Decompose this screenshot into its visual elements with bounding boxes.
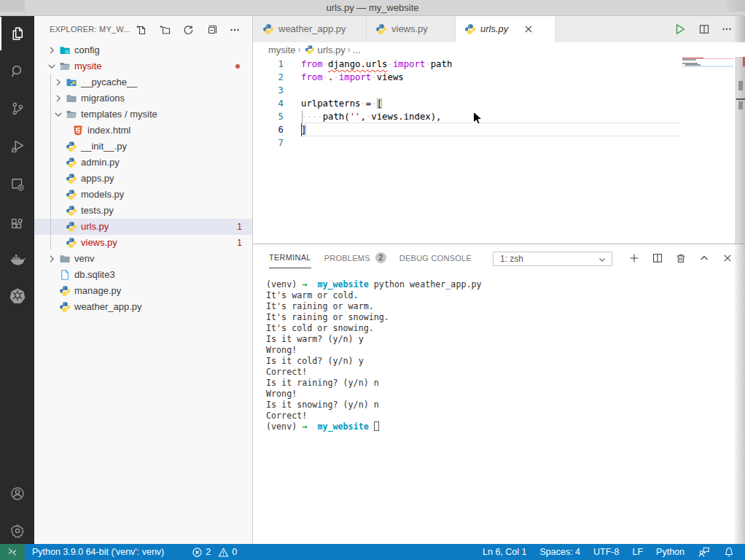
- new-file-button[interactable]: [135, 23, 147, 36]
- terminal-line: It's raining or warm.: [266, 301, 374, 312]
- tree-item-migrations[interactable]: migrations: [34, 90, 252, 106]
- panel-tab-debug-console[interactable]: DEBUG CONSOLE: [399, 252, 472, 268]
- tree-item-models-py[interactable]: models.py: [34, 187, 252, 203]
- code-token: path(: [323, 112, 350, 122]
- status-eol[interactable]: LF: [632, 547, 643, 557]
- breadcrumb-item[interactable]: ...: [353, 44, 361, 55]
- activity-bar-item-remote-explorer[interactable]: [0, 168, 34, 201]
- tree-item-manage-py[interactable]: manage.py: [34, 283, 252, 299]
- overview-ruler[interactable]: [736, 42, 745, 244]
- terminal-token: Is it raining? (y/n) n: [266, 378, 379, 388]
- close-panel-button[interactable]: [722, 252, 733, 264]
- more-button[interactable]: [228, 23, 241, 36]
- remote-explorer-icon: [9, 176, 26, 193]
- refresh-button[interactable]: [182, 23, 194, 36]
- split-editor-button[interactable]: [698, 23, 710, 35]
- terminal-line: Wrong!: [266, 389, 297, 400]
- status-python-interpreter[interactable]: Python 3.9.0 64-bit ('venv': venv): [32, 547, 164, 557]
- current-line-border-bottom: [301, 136, 679, 136]
- bracket-match-token: ]: [301, 125, 306, 135]
- tree-item-index-html[interactable]: index.html: [34, 122, 252, 139]
- tree-item--init-py[interactable]: __init__.py: [34, 139, 252, 155]
- status-language-mode[interactable]: Python: [656, 547, 684, 557]
- activity-bar-item-settings[interactable]: [0, 514, 34, 548]
- activity-bar-item-docker[interactable]: [0, 243, 34, 276]
- terminal-line: Is it raining? (y/n) n: [266, 378, 379, 389]
- code-editor[interactable]: 1from·django.urls·import·path2from·.·imp…: [253, 42, 745, 244]
- python-icon: [464, 23, 476, 35]
- activity-bar-item-search[interactable]: [0, 55, 34, 88]
- activity-bar-item-kubernetes[interactable]: [0, 279, 34, 312]
- breadcrumb-item[interactable]: urls.py: [318, 44, 346, 55]
- terminal-token: (venv): [266, 279, 302, 289]
- terminal-shell-select[interactable]: 1: zsh: [493, 252, 612, 266]
- whitespace-dots: ····: [301, 112, 323, 122]
- status-encoding[interactable]: UTF-8: [593, 547, 619, 557]
- activity-bar-item-accounts[interactable]: [0, 477, 34, 510]
- explorer-title: EXPLORER: MY_W...: [50, 25, 130, 34]
- activity-bar-item-run-debug[interactable]: [0, 130, 34, 163]
- python-icon: [305, 44, 315, 55]
- new-terminal-button[interactable]: [628, 252, 640, 264]
- minimap-line: [682, 59, 696, 61]
- database-icon: [59, 269, 71, 281]
- folder-open-icon: [66, 109, 77, 120]
- tab-views-py[interactable]: views.py: [367, 16, 456, 42]
- status-indentation[interactable]: Spaces: 4: [539, 547, 580, 557]
- folder-config-icon: [59, 44, 71, 56]
- chevron-right-icon: [46, 44, 58, 56]
- tree-item--pycache-[interactable]: __pycache__: [34, 74, 252, 90]
- tree-item-config[interactable]: config: [34, 42, 252, 58]
- explorer-header: EXPLORER: MY_W...: [34, 16, 252, 42]
- breadcrumb-separator: ›: [348, 44, 351, 55]
- line-number-2: 2: [253, 71, 284, 84]
- tab-urls-py[interactable]: urls.py: [456, 16, 555, 42]
- tab-weather-app-py[interactable]: weather_app.py: [254, 16, 367, 42]
- remote-indicator[interactable]: [0, 544, 25, 560]
- tree-item-templates-mysite[interactable]: templates / mysite: [34, 106, 252, 122]
- panel-tab-terminal[interactable]: TERMINAL: [269, 252, 311, 268]
- tree-item-weather-app-py[interactable]: weather_app.py: [34, 299, 252, 315]
- status-cursor-position[interactable]: Ln 6, Col 1: [483, 547, 526, 557]
- terminal-shell-value: 1: zsh: [500, 254, 523, 264]
- activity-bar-item-source-control[interactable]: [0, 92, 34, 125]
- tree-item-tests-py[interactable]: tests.py: [34, 203, 252, 219]
- collapse-all-button[interactable]: [205, 23, 217, 36]
- maximize-panel-button[interactable]: [698, 252, 710, 264]
- activity-bar-item-extensions[interactable]: [0, 208, 34, 241]
- error-count-badge: 1: [237, 219, 242, 235]
- python-icon: [66, 141, 77, 152]
- breadcrumb-item[interactable]: mysite: [268, 44, 296, 55]
- editor-group: weather_app.pyviews.pyurls.py mysite›url…: [252, 16, 745, 544]
- folder-open-icon: [59, 61, 71, 72]
- tree-item-venv[interactable]: venv: [34, 251, 252, 267]
- tree-item-db-sqlite3[interactable]: db.sqlite3: [34, 267, 252, 283]
- activity-bar-item-explorer[interactable]: [0, 17, 34, 50]
- more-button[interactable]: [721, 23, 733, 35]
- ruler-mark: [738, 81, 743, 91]
- tree-item-urls-py[interactable]: urls.py1: [34, 219, 252, 235]
- code-line-6: ]: [301, 123, 306, 136]
- line-number-3: 3: [253, 84, 284, 97]
- close-icon[interactable]: [523, 23, 534, 35]
- new-folder-button[interactable]: [158, 23, 171, 36]
- kill-terminal-button[interactable]: [675, 252, 687, 264]
- tree-item-views-py[interactable]: views.py1: [34, 235, 252, 251]
- minimap[interactable]: [682, 42, 736, 244]
- status-problems[interactable]: 20: [192, 547, 237, 558]
- status-feedback[interactable]: [698, 546, 710, 558]
- tree-item-admin-py[interactable]: admin.py: [34, 155, 252, 171]
- whitespace-dots: ·: [323, 72, 328, 82]
- tree-item-label: urls.py: [81, 219, 109, 235]
- split-terminal-button[interactable]: [652, 252, 663, 264]
- status-bell[interactable]: [723, 546, 735, 558]
- python-icon: [66, 189, 77, 201]
- terminal-line: Correct!: [266, 367, 307, 378]
- sidebar-explorer: EXPLORER: MY_W... configmysite__pycache_…: [34, 16, 252, 544]
- folder-icon: [66, 93, 77, 104]
- tree-item-apps-py[interactable]: apps.py: [34, 171, 252, 187]
- run-button[interactable]: [673, 22, 687, 36]
- tree-item-mysite[interactable]: mysite: [34, 58, 252, 74]
- modified-dot-badge: [235, 64, 240, 69]
- panel-tab-problems[interactable]: PROBLEMS2: [324, 252, 386, 268]
